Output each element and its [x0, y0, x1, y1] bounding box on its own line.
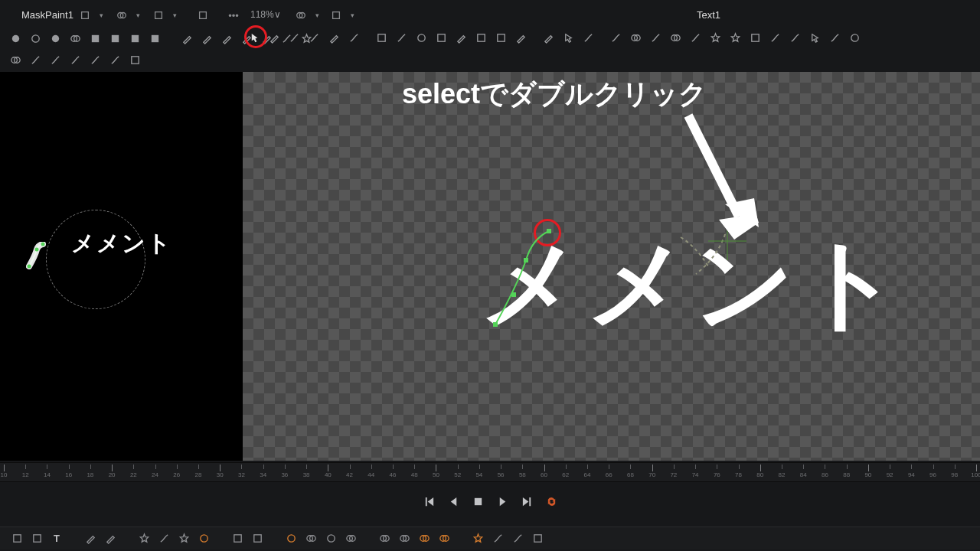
- crop2-icon[interactable]: [492, 29, 510, 46]
- arrow-cursor-icon[interactable]: [559, 29, 577, 46]
- slash2-icon[interactable]: [305, 29, 323, 46]
- circle-icon[interactable]: [26, 30, 44, 47]
- eraser-icon[interactable]: [452, 29, 470, 46]
- rect-up-icon[interactable]: [106, 30, 124, 47]
- crop-icon[interactable]: [472, 29, 490, 46]
- brush-icon[interactable]: [81, 530, 100, 547]
- dot-open-icon[interactable]: [46, 30, 64, 47]
- lens-icon[interactable]: [282, 530, 300, 547]
- undo-icon[interactable]: [666, 29, 684, 46]
- layers-icon[interactable]: [115, 9, 129, 21]
- more-icon[interactable]: •••: [227, 9, 240, 21]
- s-curve-icon[interactable]: [786, 29, 804, 46]
- swirl-icon[interactable]: [155, 530, 173, 547]
- square-icon[interactable]: [86, 30, 104, 47]
- pencil2-icon[interactable]: [539, 29, 557, 46]
- wand-icon[interactable]: [217, 30, 236, 47]
- curve-icon[interactable]: [345, 29, 363, 46]
- zoom-level[interactable]: 118%∨: [250, 9, 281, 20]
- chevron-r-icon[interactable]: [805, 29, 824, 46]
- slash-icon[interactable]: [285, 29, 303, 46]
- chevron-down-icon[interactable]: ▾: [167, 9, 181, 21]
- svg-rect-35: [511, 292, 516, 297]
- big-curve-icon[interactable]: [686, 29, 704, 46]
- bg-icon[interactable]: [8, 530, 26, 547]
- s-curve2-icon[interactable]: [825, 29, 844, 46]
- camera-icon[interactable]: [395, 530, 413, 547]
- window-icon[interactable]: [329, 9, 343, 21]
- chevron-down-icon[interactable]: ▾: [130, 9, 144, 21]
- select-tool-icon[interactable]: [245, 29, 263, 46]
- redo-icon[interactable]: [626, 29, 645, 46]
- grid-icon[interactable]: [152, 9, 165, 21]
- pen2-icon[interactable]: [511, 29, 530, 46]
- brush-icon[interactable]: [198, 30, 216, 47]
- svg-point-10: [51, 34, 58, 41]
- square-icon[interactable]: [228, 530, 247, 547]
- metaball-icon[interactable]: [66, 30, 84, 47]
- mask-icon[interactable]: [528, 530, 547, 547]
- rect2-icon[interactable]: [432, 29, 450, 46]
- ruler-tick-label: 86: [822, 471, 828, 478]
- slash-icon[interactable]: [26, 51, 44, 68]
- pen-icon[interactable]: [178, 30, 196, 47]
- star-icon[interactable]: [175, 530, 193, 547]
- scribble-icon[interactable]: [392, 29, 410, 46]
- svg-rect-48: [253, 535, 260, 542]
- curve-b-icon[interactable]: [606, 29, 625, 46]
- star-icon[interactable]: [706, 29, 724, 46]
- cross-curve-icon[interactable]: [766, 29, 784, 46]
- rect-dash-icon[interactable]: [145, 30, 164, 47]
- color-icon[interactable]: [415, 530, 433, 547]
- circle-icon[interactable]: [412, 29, 430, 46]
- target-icon[interactable]: [845, 29, 864, 46]
- sparkle-icon[interactable]: [135, 530, 153, 547]
- playback-loop-button[interactable]: [541, 494, 562, 509]
- rect-icon[interactable]: [196, 9, 210, 21]
- x-box-icon[interactable]: [126, 51, 144, 68]
- square-icon[interactable]: [372, 29, 390, 46]
- x-boxed-icon[interactable]: [746, 29, 764, 46]
- dot-icon[interactable]: [6, 30, 24, 47]
- target-icon[interactable]: [322, 530, 340, 547]
- shade-icon[interactable]: [375, 530, 394, 547]
- wipe2-icon[interactable]: [508, 530, 527, 547]
- boomerang-icon[interactable]: [46, 51, 64, 68]
- glow-icon[interactable]: [194, 530, 213, 547]
- rect-tool-icon[interactable]: [28, 530, 46, 547]
- viewer-right-text[interactable]: メメント selectでダブルクリック: [243, 72, 980, 461]
- playback-first-button[interactable]: [418, 494, 439, 509]
- timeline-ruler[interactable]: 1012141618202224262830323436384042444648…: [0, 462, 980, 482]
- chevron-down-icon[interactable]: ▾: [309, 9, 323, 21]
- text-icon[interactable]: T: [47, 530, 66, 547]
- curve-a-icon[interactable]: [579, 29, 597, 46]
- scribble-icon[interactable]: [86, 51, 104, 68]
- playback-stop-button[interactable]: [467, 494, 488, 509]
- svg-rect-21: [497, 34, 504, 41]
- playback-last-button[interactable]: [516, 494, 537, 509]
- curve-c-icon[interactable]: [646, 29, 665, 46]
- lut-icon[interactable]: [435, 530, 453, 547]
- chevron-down-icon[interactable]: ▾: [93, 9, 107, 21]
- chevron-down-icon[interactable]: ▾: [345, 9, 358, 21]
- 3d-icon[interactable]: [302, 530, 320, 547]
- underlay-icon[interactable]: [248, 530, 266, 547]
- blur-icon[interactable]: [341, 530, 360, 547]
- wipe-icon[interactable]: [488, 530, 507, 547]
- corner-icon[interactable]: [6, 51, 24, 68]
- viewer-left-maskpaint[interactable]: メメント: [0, 72, 243, 461]
- paint-icon[interactable]: [101, 530, 119, 547]
- pencil-icon[interactable]: [265, 29, 283, 46]
- fx-icon[interactable]: [469, 530, 487, 547]
- playback-play-button[interactable]: [492, 494, 513, 509]
- interp-icon[interactable]: [66, 51, 84, 68]
- split-icon[interactable]: [294, 9, 308, 21]
- svg-rect-7: [333, 12, 340, 19]
- flow-icon[interactable]: [106, 51, 124, 68]
- brush-icon[interactable]: [325, 29, 343, 46]
- star-icon[interactable]: [726, 29, 744, 46]
- painted-stroke-right-icon[interactable]: [486, 225, 578, 332]
- window-icon[interactable]: [78, 9, 92, 21]
- playback-prev-button[interactable]: [443, 494, 464, 509]
- rect-icon[interactable]: [126, 30, 144, 47]
